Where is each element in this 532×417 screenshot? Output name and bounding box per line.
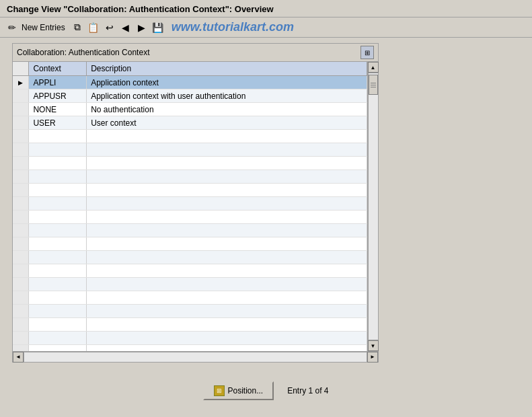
row-selector-cell bbox=[13, 305, 29, 318]
scroll-up-btn[interactable]: ▲ bbox=[368, 62, 379, 73]
scroll-down-btn[interactable]: ▼ bbox=[368, 340, 379, 351]
entry-info: Entry 1 of 4 bbox=[287, 386, 328, 395]
h-scroll-track[interactable] bbox=[24, 352, 367, 363]
table-row-empty bbox=[13, 184, 367, 197]
table-area: Context Description ▶APPLIApplication co… bbox=[13, 62, 367, 351]
description-cell-empty bbox=[87, 224, 367, 237]
table-container: Collaboration: Authentication Context ⊞ … bbox=[12, 43, 379, 363]
row-selector-cell bbox=[13, 197, 29, 211]
description-cell-empty bbox=[87, 170, 367, 184]
context-cell-empty bbox=[29, 345, 87, 352]
data-table: Context Description ▶APPLIApplication co… bbox=[13, 62, 367, 351]
description-cell-empty bbox=[87, 332, 367, 345]
row-selector-cell bbox=[13, 224, 29, 237]
row-selector-cell bbox=[13, 130, 29, 143]
description-cell-empty bbox=[87, 345, 367, 352]
next-page-icon[interactable]: ▶ bbox=[135, 21, 149, 34]
table-wrapper: Context Description ▶APPLIApplication co… bbox=[13, 62, 378, 351]
context-cell-empty bbox=[29, 130, 87, 143]
page-title: Change View "Collaboration: Authenticati… bbox=[7, 4, 525, 14]
pencil-icon[interactable]: ✏ bbox=[5, 21, 19, 34]
row-selector-cell[interactable] bbox=[13, 89, 29, 103]
context-cell: APPUSR bbox=[29, 89, 87, 103]
table-section-header: Collaboration: Authentication Context ⊞ bbox=[13, 44, 378, 62]
table-row-empty bbox=[13, 332, 367, 345]
context-cell-empty bbox=[29, 143, 87, 157]
bottom-area: ⊞ Position... Entry 1 of 4 bbox=[0, 373, 532, 408]
row-selector-cell bbox=[13, 170, 29, 184]
context-col-header: Context bbox=[29, 62, 87, 76]
vertical-scrollbar[interactable]: ▲ ▼ bbox=[367, 62, 378, 351]
new-entries-label[interactable]: New Entries bbox=[22, 23, 65, 32]
toolbar: ✏ New Entries ⧉ 📋 ↩ ◀ ▶ 💾 www.tutorialka… bbox=[0, 17, 532, 38]
position-button[interactable]: ⊞ Position... bbox=[203, 381, 274, 400]
row-selector-cell bbox=[13, 251, 29, 264]
context-cell-empty bbox=[29, 305, 87, 318]
watermark: www.tutorialkart.com bbox=[172, 20, 294, 34]
table-row-empty bbox=[13, 305, 367, 318]
undo-icon[interactable]: ↩ bbox=[103, 21, 116, 34]
row-selector-cell bbox=[13, 143, 29, 157]
table-row[interactable]: USERUser context bbox=[13, 116, 367, 130]
row-selector-cell[interactable]: ▶ bbox=[13, 76, 29, 89]
context-cell-empty bbox=[29, 197, 87, 211]
scroll-thumb[interactable] bbox=[369, 75, 378, 95]
horizontal-scroll[interactable]: ◄ ► bbox=[13, 351, 378, 362]
table-row[interactable]: NONENo authentication bbox=[13, 103, 367, 116]
context-cell-empty bbox=[29, 318, 87, 332]
h-scroll-right-btn[interactable]: ► bbox=[367, 352, 378, 363]
description-cell-empty bbox=[87, 197, 367, 211]
save-icon[interactable]: 💾 bbox=[151, 21, 165, 34]
description-cell-empty bbox=[87, 251, 367, 264]
table-row-empty bbox=[13, 211, 367, 224]
description-cell-empty bbox=[87, 291, 367, 305]
description-cell: Application context bbox=[87, 76, 367, 89]
prev-page-icon[interactable]: ◀ bbox=[119, 21, 132, 34]
description-cell-empty bbox=[87, 318, 367, 332]
row-selector-cell bbox=[13, 345, 29, 352]
description-cell-empty bbox=[87, 184, 367, 197]
position-btn-label: Position... bbox=[227, 386, 263, 395]
description-cell-empty bbox=[87, 237, 367, 251]
main-content: Collaboration: Authentication Context ⊞ … bbox=[0, 38, 532, 368]
table-row-empty bbox=[13, 251, 367, 264]
table-row-empty bbox=[13, 291, 367, 305]
table-row[interactable]: ▶APPLIApplication context bbox=[13, 76, 367, 89]
context-cell-empty bbox=[29, 332, 87, 345]
row-selector-cell[interactable] bbox=[13, 103, 29, 116]
table-row-empty bbox=[13, 318, 367, 332]
context-cell-empty bbox=[29, 211, 87, 224]
table-row-empty bbox=[13, 130, 367, 143]
h-scroll-left-btn[interactable]: ◄ bbox=[13, 352, 24, 363]
top-right-icon[interactable]: ⊞ bbox=[360, 46, 374, 59]
title-bar: Change View "Collaboration: Authenticati… bbox=[0, 0, 532, 17]
description-cell: No authentication bbox=[87, 103, 367, 116]
table-row-empty bbox=[13, 224, 367, 237]
table-row-empty bbox=[13, 237, 367, 251]
table-row-empty bbox=[13, 278, 367, 291]
context-cell-empty bbox=[29, 237, 87, 251]
context-cell-empty bbox=[29, 251, 87, 264]
table-row[interactable]: APPUSRApplication context with user auth… bbox=[13, 89, 367, 103]
row-selector-cell bbox=[13, 184, 29, 197]
context-cell-empty bbox=[29, 224, 87, 237]
row-selector-cell[interactable] bbox=[13, 116, 29, 130]
table-row-empty bbox=[13, 264, 367, 278]
description-cell-empty bbox=[87, 264, 367, 278]
scroll-track[interactable] bbox=[368, 73, 379, 340]
paste-icon[interactable]: 📋 bbox=[87, 21, 100, 34]
context-cell-empty bbox=[29, 264, 87, 278]
section-header-label: Collaboration: Authentication Context bbox=[17, 48, 149, 57]
context-cell-empty bbox=[29, 184, 87, 197]
row-selector-cell bbox=[13, 264, 29, 278]
description-cell-empty bbox=[87, 305, 367, 318]
context-cell: USER bbox=[29, 116, 87, 130]
description-cell: Application context with user authentica… bbox=[87, 89, 367, 103]
copy-icon[interactable]: ⧉ bbox=[71, 21, 84, 34]
context-cell: APPLI bbox=[29, 76, 87, 89]
table-row-empty bbox=[13, 345, 367, 352]
context-cell: NONE bbox=[29, 103, 87, 116]
table-row-empty bbox=[13, 157, 367, 170]
selector-col-header bbox=[13, 62, 29, 76]
row-selector-cell bbox=[13, 291, 29, 305]
